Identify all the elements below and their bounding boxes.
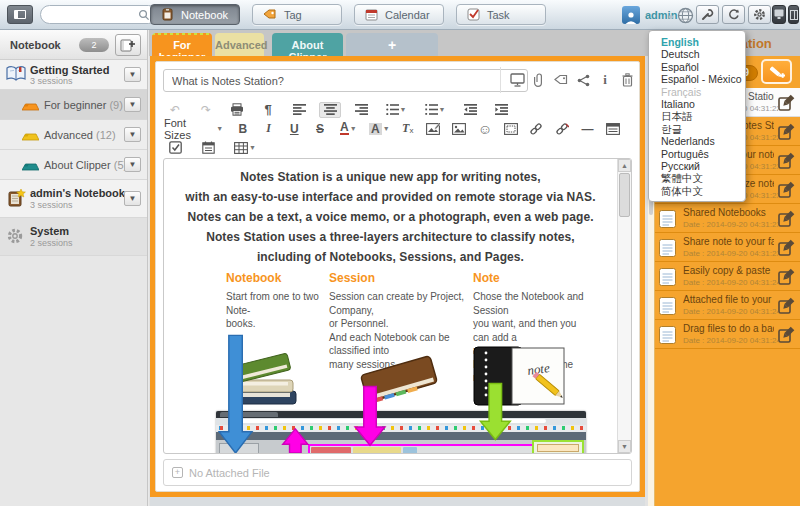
note-list-item[interactable]: Shared Notebooks Date : 2014-09-20 04:31… <box>655 204 800 233</box>
align-left-button[interactable] <box>288 102 310 118</box>
align-right-button[interactable] <box>350 102 372 118</box>
language-option-espanol[interactable]: Español <box>649 61 745 73</box>
user-avatar[interactable] <box>622 6 640 24</box>
language-option-english[interactable]: English <box>649 36 745 48</box>
nav-tag-button[interactable]: Tag <box>252 4 342 25</box>
share-button[interactable] <box>575 71 591 89</box>
tab-for-beginner[interactable]: For beginner <box>152 33 212 56</box>
scroll-down-icon[interactable]: ▼ <box>618 440 631 453</box>
chevron-down-icon[interactable]: ▼ <box>124 191 141 206</box>
language-option-nederlands[interactable]: Nederlands <box>649 135 745 147</box>
tag-button[interactable] <box>553 71 569 89</box>
sidebar-item-about-clipper[interactable]: About Clipper (5) ▼ <box>0 150 147 180</box>
edit-note-icon[interactable] <box>778 239 795 256</box>
attachment-bar[interactable]: + No Attached File <box>163 459 632 486</box>
align-center-button[interactable] <box>319 102 341 118</box>
outdent-button[interactable] <box>459 102 481 118</box>
underline-button[interactable]: U <box>284 121 304 137</box>
scroll-up-icon[interactable]: ▲ <box>618 159 631 172</box>
sidebar-item-getting-started[interactable]: Getting Started 3 sessions ▼ <box>0 60 147 90</box>
todo-checkbox-button[interactable] <box>164 140 186 156</box>
settings-wrench-button[interactable] <box>696 5 719 24</box>
chevron-down-icon[interactable]: ▼ <box>124 127 141 142</box>
nav-task-button[interactable]: Task <box>456 4 546 25</box>
insert-link-button[interactable] <box>526 121 546 137</box>
layout-columns-button[interactable] <box>788 5 799 24</box>
sidebar-item-admins-notebooks[interactable]: admin's Notebooks 3 sessions ▼ <box>0 180 147 218</box>
emoticon-button[interactable]: ☺ <box>475 121 495 137</box>
info-button[interactable]: i <box>597 71 613 89</box>
sidebar-item-advanced[interactable]: Advanced (12) ▼ <box>0 120 147 150</box>
sidebar-toggle-button[interactable] <box>7 5 33 24</box>
chevron-down-icon[interactable]: ▼ <box>124 97 141 112</box>
edit-note-icon[interactable] <box>778 297 795 314</box>
paragraph-button[interactable]: ¶ <box>257 102 279 118</box>
note-title-input[interactable] <box>163 69 528 92</box>
edit-note-icon[interactable] <box>778 181 795 198</box>
horizontal-rule-button[interactable]: — <box>578 121 598 137</box>
insert-image-button[interactable] <box>449 121 469 137</box>
note-list-item[interactable]: Easily copy & paste Date : 2014-09-20 04… <box>655 262 800 291</box>
add-notebook-icon <box>120 38 136 52</box>
present-button[interactable] <box>509 71 525 89</box>
edit-note-icon[interactable] <box>778 268 795 285</box>
attach-button[interactable] <box>531 71 547 89</box>
strikethrough-button[interactable]: S <box>310 121 330 137</box>
sidebar-item-system[interactable]: System 2 sessions <box>0 218 147 256</box>
highlight-color-button[interactable]: A▼ <box>367 121 392 137</box>
delete-note-button[interactable] <box>619 71 635 89</box>
tab-add-session[interactable]: + <box>346 33 438 56</box>
sidebar-item-for-beginner[interactable]: For beginner (9) ▼ <box>0 90 147 120</box>
language-option-japanese[interactable]: 日本語 <box>649 110 745 122</box>
nav-notebook-button[interactable]: Notebook <box>150 4 240 25</box>
language-globe-button[interactable] <box>677 6 694 24</box>
chevron-down-icon[interactable]: ▼ <box>124 157 141 172</box>
note-content-area[interactable]: Notes Station is a unique new app for wr… <box>163 158 632 454</box>
bullet-list-button[interactable]: ▼ <box>381 102 411 118</box>
font-sizes-dropdown[interactable]: Font Sizes ▼ <box>164 117 223 141</box>
language-option-deutsch[interactable]: Deutsch <box>649 48 745 60</box>
note-list-item[interactable]: Attached file to your note Date : 2014-0… <box>655 291 800 320</box>
tab-advanced[interactable]: Advanced <box>215 33 264 56</box>
language-option-portugues[interactable]: Português <box>649 148 745 160</box>
page-template-button[interactable] <box>603 121 623 137</box>
numbered-list-button[interactable]: ▼ <box>420 102 450 118</box>
language-option-simplified-chinese[interactable]: 简体中文 <box>649 185 745 197</box>
redo-button[interactable]: ↷ <box>195 102 217 118</box>
fullscreen-button[interactable] <box>772 5 786 24</box>
language-option-korean[interactable]: 한글 <box>649 123 745 135</box>
add-notebook-button[interactable] <box>115 34 141 56</box>
undo-button[interactable]: ↶ <box>164 102 186 118</box>
language-option-francais[interactable]: Français <box>649 86 745 98</box>
edit-image-button[interactable] <box>424 121 444 137</box>
edit-note-icon[interactable] <box>778 94 795 111</box>
note-list-item[interactable]: Drag files to do a backup Date : 2014-09… <box>655 320 800 349</box>
nav-calendar-button[interactable]: Calendar <box>354 4 444 25</box>
language-option-traditional-chinese[interactable]: 繁體中文 <box>649 172 745 184</box>
edit-note-icon[interactable] <box>778 326 795 343</box>
text-color-button[interactable]: A▼ <box>336 121 361 137</box>
content-scrollbar[interactable]: ▲ ▼ <box>617 159 631 453</box>
note-list-item[interactable]: Share note to your family & frie... Date… <box>655 233 800 262</box>
add-note-button[interactable] <box>761 59 792 84</box>
tab-about-clipper[interactable]: About Clipper <box>272 33 343 56</box>
scrollbar-thumb[interactable] <box>619 173 630 217</box>
print-button[interactable] <box>226 102 248 118</box>
media-button[interactable] <box>501 121 521 137</box>
language-option-russian[interactable]: Русский <box>649 160 745 172</box>
options-gear-button[interactable] <box>748 5 771 24</box>
chevron-down-icon[interactable]: ▼ <box>124 67 141 82</box>
clear-format-button[interactable]: Tx <box>398 121 418 137</box>
italic-button[interactable]: I <box>259 121 279 137</box>
indent-button[interactable] <box>490 102 512 118</box>
edit-note-icon[interactable] <box>778 210 795 227</box>
edit-note-icon[interactable] <box>778 152 795 169</box>
edit-note-icon[interactable] <box>778 123 795 140</box>
remove-link-button[interactable] <box>552 121 572 137</box>
refresh-button[interactable] <box>722 5 745 24</box>
language-option-espanol-mexico[interactable]: Español - México <box>649 73 745 85</box>
language-option-italiano[interactable]: Italiano <box>649 98 745 110</box>
calendar-insert-button[interactable] <box>197 140 219 156</box>
table-button[interactable]: ▼ <box>230 140 260 156</box>
bold-button[interactable]: B <box>233 121 253 137</box>
